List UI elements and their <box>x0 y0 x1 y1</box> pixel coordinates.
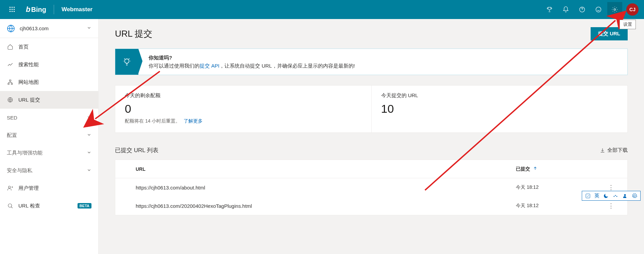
person-icon[interactable] <box>622 193 628 199</box>
bing-logo[interactable]: b Bing <box>26 5 46 14</box>
header-actions: CJ <box>542 2 639 17</box>
header-divider <box>54 5 54 14</box>
tip-card: 你知道吗? 你可以通过使用我们的提交 API，让系统自动提交 URL，并确保必应… <box>115 49 628 75</box>
col-url-header[interactable]: URL <box>125 166 516 172</box>
checkbox-icon[interactable] <box>585 193 591 199</box>
search-icon <box>7 202 14 209</box>
svg-point-8 <box>9 186 11 188</box>
table-row: https://cjh0613.com/20200402HexoTagPlugi… <box>115 197 627 215</box>
learn-more-link[interactable]: 了解更多 <box>184 118 203 124</box>
sidebar-item-home[interactable]: 首页 <box>0 38 98 56</box>
sidebar-section-tools[interactable]: 工具与增强功能 <box>0 144 98 162</box>
svg-point-2 <box>614 9 616 11</box>
svg-rect-6 <box>11 83 13 85</box>
sidebar-item-user-mgmt[interactable]: 用户管理 <box>0 179 98 197</box>
submit-api-link[interactable]: 提交 API <box>200 63 219 69</box>
moon-icon[interactable] <box>603 193 609 199</box>
tip-title: 你知道吗? <box>149 54 355 62</box>
dots-icon[interactable] <box>612 193 618 199</box>
site-selector[interactable]: cjh0613.com <box>0 19 98 38</box>
globe-icon <box>7 96 14 103</box>
main-content: URL 提交 提交 URL 你知道吗? 你可以通过使用我们的提交 API，让系统… <box>99 19 644 254</box>
download-all-button[interactable]: 全部下载 <box>600 147 628 153</box>
ime-toolbar[interactable]: 英 <box>582 191 641 201</box>
home-icon <box>7 43 14 50</box>
avatar[interactable]: CJ <box>626 3 639 16</box>
table-row: https://cjh0613.com/about.html 今天 18:12 … <box>115 178 627 197</box>
col-submitted-header[interactable]: 已提交 <box>516 166 604 172</box>
stat-label: 今天的剩余配额 <box>125 92 362 99</box>
chevron-down-icon <box>87 25 91 31</box>
stat-value: 0 <box>125 102 362 115</box>
time-cell: 今天 18:12 <box>516 184 604 190</box>
svg-point-1 <box>596 7 601 12</box>
url-cell: https://cjh0613.com/20200402HexoTagPlugi… <box>125 203 516 209</box>
sidebar: cjh0613.com 首页 搜索性能 网站地图 URL 提交 SED 配置 <box>0 19 99 254</box>
sidebar-item-search-perf[interactable]: 搜索性能 <box>0 56 98 73</box>
stat-quota: 今天的剩余配额 0 配额将在 14 小时后重置。 了解更多 <box>115 86 371 132</box>
stat-label: 今天提交的 URL <box>381 92 618 99</box>
bell-icon[interactable] <box>558 2 573 17</box>
sitemap-icon <box>7 79 14 86</box>
chevron-down-icon <box>87 115 91 121</box>
svg-rect-11 <box>586 194 590 198</box>
product-name: Webmaster <box>62 6 92 13</box>
row-menu-icon[interactable]: ⋮ <box>604 203 618 209</box>
svg-point-13 <box>615 195 616 196</box>
time-cell: 今天 18:12 <box>516 203 604 209</box>
sidebar-item-url-inspect[interactable]: URL 检查 BETA <box>0 197 98 215</box>
sidebar-item-sitemap[interactable]: 网站地图 <box>0 73 98 91</box>
gear-icon[interactable] <box>631 193 638 199</box>
chevron-down-icon <box>87 132 91 138</box>
url-cell: https://cjh0613.com/about.html <box>125 185 516 190</box>
beta-badge: BETA <box>78 203 91 208</box>
ime-lang-text[interactable]: 英 <box>594 193 599 199</box>
user-icon <box>7 185 14 192</box>
settings-tooltip: 设置 <box>620 20 636 29</box>
table-header: URL 已提交 <box>115 160 627 178</box>
sidebar-item-label: 首页 <box>18 44 91 50</box>
chevron-down-icon <box>87 168 91 174</box>
brand-text: Bing <box>31 6 46 14</box>
globe-icon <box>7 24 15 33</box>
sidebar-item-label: 网站地图 <box>18 79 91 86</box>
tip-body: 你可以通过使用我们的提交 API，让系统自动提交 URL，并确保必应上显示的内容… <box>149 62 355 70</box>
sidebar-item-label: URL 提交 <box>18 97 91 103</box>
sidebar-section-sed[interactable]: SED <box>0 109 98 126</box>
sidebar-item-label: 用户管理 <box>18 185 91 192</box>
trend-icon <box>7 61 14 68</box>
svg-rect-4 <box>10 80 11 81</box>
url-table: URL 已提交 https://cjh0613.com/about.html 今… <box>115 160 628 215</box>
trophy-icon[interactable] <box>542 2 557 17</box>
page-title: URL 提交 <box>115 28 591 40</box>
sidebar-item-label: URL 检查 <box>18 203 75 209</box>
svg-point-15 <box>624 194 626 196</box>
chevron-down-icon <box>87 150 91 156</box>
svg-point-12 <box>614 196 614 197</box>
sidebar-section-security[interactable]: 安全与隐私 <box>0 162 98 179</box>
header-bar: b Bing Webmaster CJ <box>0 0 644 19</box>
svg-rect-5 <box>8 83 9 85</box>
bing-b-icon: b <box>26 5 30 14</box>
apps-launcher-icon[interactable] <box>5 3 19 16</box>
sidebar-section-config[interactable]: 配置 <box>0 126 98 144</box>
svg-point-14 <box>616 196 617 197</box>
help-icon[interactable] <box>575 2 590 17</box>
smile-icon[interactable] <box>591 2 606 17</box>
sidebar-item-url-submit[interactable]: URL 提交 <box>0 91 98 109</box>
row-menu-icon[interactable]: ⋮ <box>604 184 618 190</box>
svg-point-9 <box>8 204 12 207</box>
stat-value: 10 <box>381 102 618 115</box>
site-name: cjh0613.com <box>20 25 87 31</box>
stat-footer: 配额将在 14 小时后重置。 了解更多 <box>125 118 362 124</box>
list-title: 已提交 URL 列表 <box>115 146 600 154</box>
sort-arrow-icon <box>533 166 538 172</box>
lightbulb-icon <box>115 49 138 75</box>
stats-row: 今天的剩余配额 0 配额将在 14 小时后重置。 了解更多 今天提交的 URL … <box>115 85 628 133</box>
svg-point-10 <box>125 59 129 63</box>
sidebar-item-label: 搜索性能 <box>18 61 91 68</box>
gear-icon[interactable] <box>607 2 622 17</box>
stat-submitted: 今天提交的 URL 10 <box>371 86 628 132</box>
